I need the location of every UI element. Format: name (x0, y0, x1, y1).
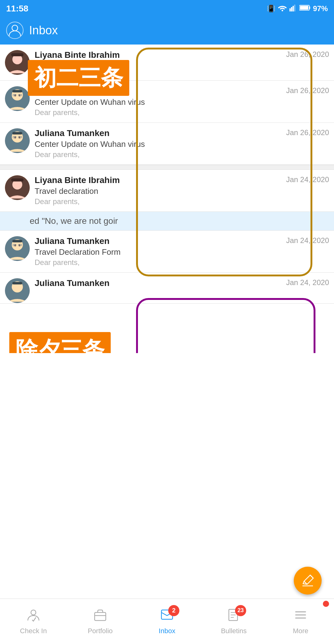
svg-rect-3 (293, 6, 294, 11)
avatar (5, 50, 30, 75)
message-content: Juliana Tumanken Jan 26, 2020 Center Upd… (35, 128, 329, 159)
message-date: Jan 24, 2020 (286, 278, 329, 287)
app-header: Inbox (0, 17, 334, 45)
message-subject: Travel declaration (35, 186, 329, 196)
section-divider (0, 165, 334, 170)
avatar (5, 86, 30, 111)
svg-rect-6 (309, 6, 310, 9)
annotation-chuxi: 除夕三条 (9, 332, 111, 353)
reply-item[interactable]: ed "No, we are not goir (0, 212, 334, 231)
avatar (5, 236, 30, 261)
annotation-chuchu: 初二三条 (28, 60, 129, 96)
avatar (5, 278, 30, 303)
svg-rect-7 (300, 6, 308, 10)
avatar (5, 128, 30, 153)
purple-box (136, 298, 315, 353)
sender-name: Liyana Binte Ibrahim (35, 175, 284, 185)
reply-content: ed "No, we are not goir (30, 216, 329, 226)
status-icons: 📳 (267, 4, 328, 13)
battery-icon (299, 5, 310, 13)
message-date: Jan 24, 2020 (286, 236, 329, 245)
svg-rect-22 (12, 132, 22, 134)
message-subject: Travel Declaration Form (35, 247, 329, 257)
message-subject: Center Update on Wuhan virus (35, 139, 329, 149)
message-preview: Dear parents, (35, 197, 329, 206)
message-content: Juliana Tumanken Jan 24, 2020 Travel Dec… (35, 236, 329, 267)
svg-rect-1 (289, 8, 291, 11)
wifi-icon (278, 4, 287, 13)
message-item[interactable]: Juliana Tumanken Jan 24, 2020 Travel Dec… (0, 231, 334, 273)
sender-name: Liyana Binte Ibrahim (35, 50, 284, 60)
reply-preview: ed "No, we are not goir (30, 216, 329, 226)
header-avatar[interactable] (6, 22, 24, 39)
message-content: Liyana Binte Ibrahim Jan 24, 2020 Travel… (35, 175, 329, 206)
signal-icon (289, 4, 297, 13)
message-date: Jan 26, 2020 (286, 128, 329, 137)
message-preview: Dear parents, (35, 108, 329, 117)
status-bar: 11:58 📳 (0, 0, 334, 17)
message-subject: Center Update on Wuhan virus (35, 97, 329, 107)
sender-name: Juliana Tumanken (35, 128, 284, 138)
battery-percent: 97% (313, 4, 328, 13)
message-list: 初二三条 Liyana Binte Ibrahim Jan 26, 2020 (0, 45, 334, 304)
message-preview: Dear parents, (35, 258, 329, 267)
message-date: Jan 24, 2020 (286, 175, 329, 184)
svg-point-8 (12, 25, 18, 31)
message-preview: Dear parents, (35, 150, 329, 159)
svg-rect-39 (12, 282, 22, 284)
svg-rect-4 (294, 5, 295, 11)
svg-point-0 (281, 10, 283, 11)
svg-rect-32 (12, 240, 22, 242)
avatar (5, 175, 30, 200)
sender-name: Juliana Tumanken (35, 278, 284, 288)
svg-rect-2 (291, 7, 292, 11)
message-date: Jan 26, 2020 (286, 50, 329, 59)
message-item[interactable]: Liyana Binte Ibrahim Jan 24, 2020 Travel… (0, 170, 334, 212)
sender-name: Juliana Tumanken (35, 236, 284, 246)
message-content: Juliana Tumanken Jan 24, 2020 (35, 278, 329, 289)
vibrate-icon: 📳 (267, 5, 275, 13)
message-item[interactable]: Juliana Tumanken Jan 26, 2020 Center Upd… (0, 123, 334, 165)
svg-rect-15 (12, 90, 22, 92)
message-item[interactable]: Juliana Tumanken Jan 24, 2020 (0, 273, 334, 304)
inbox-title: Inbox (29, 24, 58, 37)
status-time: 11:58 (6, 4, 28, 14)
message-date: Jan 26, 2020 (286, 86, 329, 95)
